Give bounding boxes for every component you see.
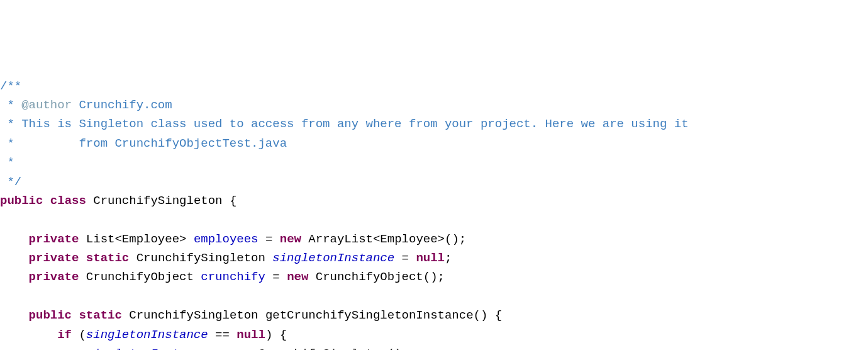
brace: { xyxy=(495,308,502,322)
class-name: CrunchifySingleton xyxy=(93,194,222,208)
keyword-private: private xyxy=(29,270,79,284)
equals: = xyxy=(265,270,287,284)
indent xyxy=(0,328,57,342)
javadoc-line: * This is Singleton class used to access… xyxy=(0,117,689,131)
field-singleton-instance: singletonInstance xyxy=(86,328,208,342)
field-singleton-instance: singletonInstance xyxy=(272,251,394,265)
keyword-public: public xyxy=(29,308,72,322)
equals: = xyxy=(208,347,230,350)
brace: { xyxy=(230,194,236,208)
indent xyxy=(0,308,29,322)
constructor-call: CrunchifyObject(); xyxy=(308,270,445,284)
javadoc-author-tag: @author xyxy=(21,98,72,112)
equals: = xyxy=(394,251,416,265)
return-type: CrunchifySingleton xyxy=(129,308,258,322)
keyword-if: if xyxy=(57,328,72,342)
javadoc-line: * from CrunchifyObjectTest.java xyxy=(0,137,287,150)
equals: = xyxy=(259,232,280,246)
keyword-public: public xyxy=(0,194,43,208)
keyword-private: private xyxy=(29,232,79,246)
javadoc-line: * xyxy=(0,155,14,169)
javadoc-close: */ xyxy=(0,175,21,189)
paren-close-brace: ) { xyxy=(265,328,287,342)
type: List<Employee> xyxy=(86,232,187,246)
type: CrunchifySingleton xyxy=(136,251,265,265)
keyword-new: new xyxy=(280,232,301,246)
keyword-null: null xyxy=(236,328,265,342)
indent xyxy=(0,270,29,284)
field-employees: employees xyxy=(194,232,259,246)
javadoc-open: /** xyxy=(0,79,21,93)
keyword-new: new xyxy=(230,347,251,350)
code-block: /** * @author Crunchify.com * This is Si… xyxy=(0,77,868,350)
indent xyxy=(0,232,29,246)
keyword-static: static xyxy=(79,308,121,322)
constructor-call: ArrayList<Employee>(); xyxy=(301,232,466,246)
keyword-null: null xyxy=(416,251,445,265)
constructor-call: CrunchifySingleton(); xyxy=(251,347,409,350)
semicolon: ; xyxy=(445,251,452,265)
javadoc-line: * xyxy=(0,98,21,112)
keyword-private: private xyxy=(29,251,79,265)
equals-equals: == xyxy=(208,328,237,342)
javadoc-author-value: Crunchify.com xyxy=(72,98,172,112)
type: CrunchifyObject xyxy=(86,270,194,284)
indent xyxy=(0,347,86,350)
method-name: getCrunchifySingletonInstance() xyxy=(265,308,487,322)
paren-open: ( xyxy=(72,328,86,342)
keyword-new: new xyxy=(287,270,308,284)
indent xyxy=(0,251,29,265)
keyword-class: class xyxy=(50,194,86,208)
field-singleton-instance: singletonInstance xyxy=(86,347,208,350)
keyword-static: static xyxy=(86,251,129,265)
field-crunchify: crunchify xyxy=(201,270,265,284)
